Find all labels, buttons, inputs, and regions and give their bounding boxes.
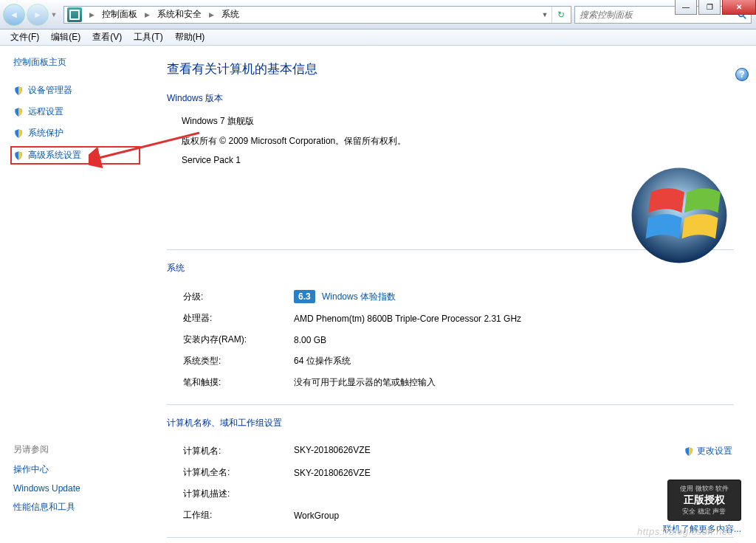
menu-help[interactable]: 帮助(H): [171, 30, 210, 45]
experience-index-link[interactable]: Windows 体验指数: [322, 291, 396, 302]
cpu-label: 处理器:: [183, 308, 292, 328]
page-title: 查看有关计算机的基本信息: [167, 60, 734, 77]
nav-forward-button[interactable]: ►: [27, 4, 49, 26]
rating-label: 分级:: [183, 286, 292, 307]
touch-label: 笔和触摸:: [183, 373, 292, 392]
genuine-line2: 正版授权: [684, 494, 725, 507]
pcname-value: SKY-20180626VZE: [294, 445, 371, 455]
sidebar-item-advanced-settings[interactable]: 高级系统设置: [10, 146, 140, 165]
genuine-line3: 安全 稳定 声誉: [682, 507, 726, 516]
desc-value: [294, 484, 732, 504]
workgroup-label: 工作组:: [183, 505, 292, 525]
shield-icon: [13, 86, 24, 96]
seealso-performance[interactable]: 性能信息和工具: [13, 501, 80, 513]
genuine-badge: 使用 微软® 软件 正版授权 安全 稳定 声誉: [667, 480, 741, 521]
refresh-icon: ↻: [557, 10, 565, 20]
address-dropdown[interactable]: ▼: [538, 11, 551, 18]
breadcrumb-system[interactable]: 系统: [219, 7, 242, 22]
close-button[interactable]: ✕: [722, 0, 756, 15]
ram-label: 安装内存(RAM):: [183, 330, 292, 350]
desc-label: 计算机描述:: [183, 484, 292, 504]
minimize-icon: —: [682, 3, 690, 11]
breadcrumb-system-security[interactable]: 系统和安全: [154, 7, 205, 22]
sidebar-item-device-manager[interactable]: 设备管理器: [13, 82, 140, 99]
breadcrumb-control-panel[interactable]: 控制面板: [99, 7, 140, 22]
sidebar-item-label: 系统保护: [28, 127, 63, 139]
shield-icon: [13, 107, 24, 117]
sidebar-item-label: 远程设置: [28, 106, 63, 118]
refresh-button[interactable]: ↻: [551, 7, 569, 23]
copyright-text: 版权所有 © 2009 Microsoft Corporation。保留所有权利…: [182, 135, 734, 148]
edition-name: Windows 7 旗舰版: [182, 115, 734, 128]
chevron-right-icon[interactable]: ▶: [85, 11, 99, 18]
rating-score-badge: 6.3: [294, 290, 315, 303]
navbar: ◄ ► ▼ ▶ 控制面板 ▶ 系统和安全 ▶ 系统 ▼ ↻: [0, 0, 756, 30]
see-also-title: 另请参阅: [13, 443, 80, 456]
chevron-right-icon[interactable]: ▶: [140, 11, 154, 18]
sidebar-item-remote-settings[interactable]: 远程设置: [13, 103, 140, 120]
genuine-learn-more-link[interactable]: 联机了解更多内容...: [663, 523, 741, 536]
ram-value: 8.00 GB: [294, 330, 732, 350]
fullname-value: SKY-20180626VZE: [294, 463, 732, 483]
genuine-line1: 使用 微软® 软件: [680, 484, 729, 494]
breadcrumb: ▶ 控制面板 ▶ 系统和安全 ▶ 系统: [85, 7, 242, 22]
systype-value: 64 位操作系统: [294, 351, 732, 371]
change-settings-link[interactable]: 更改设置: [684, 445, 732, 457]
sidebar-item-label: 高级系统设置: [28, 149, 81, 162]
shield-icon: [13, 151, 24, 161]
fullname-label: 计算机全名:: [183, 463, 292, 483]
section-windows-edition: Windows 版本: [167, 92, 734, 105]
menu-view[interactable]: 查看(V): [88, 30, 126, 45]
change-settings-label: 更改设置: [697, 445, 732, 457]
menu-file[interactable]: 文件(F): [6, 30, 44, 45]
sidebar: 控制面板主页 设备管理器 远程设置 系统保护 高级系统设置 另请参阅 操作中心 …: [0, 46, 148, 543]
chevron-right-icon[interactable]: ▶: [205, 11, 219, 18]
section-domain: 计算机名称、域和工作组设置: [167, 417, 734, 429]
svg-line-1: [743, 15, 746, 18]
system-icon: [67, 7, 82, 22]
control-panel-home-link[interactable]: 控制面板主页: [13, 56, 140, 69]
maximize-button[interactable]: ❐: [698, 0, 721, 15]
window-controls: — ❐ ✕: [673, 0, 756, 15]
sidebar-item-label: 设备管理器: [28, 84, 72, 97]
maximize-icon: ❐: [707, 3, 713, 11]
sidebar-item-system-protection[interactable]: 系统保护: [13, 125, 140, 142]
windows-logo: [628, 164, 731, 267]
seealso-windows-update[interactable]: Windows Update: [13, 483, 80, 494]
menubar: 文件(F) 编辑(E) 查看(V) 工具(T) 帮助(H): [0, 30, 756, 46]
menu-edit[interactable]: 编辑(E): [47, 30, 85, 45]
systype-label: 系统类型:: [183, 351, 292, 371]
seealso-action-center[interactable]: 操作中心: [13, 463, 80, 476]
touch-value: 没有可用于此显示器的笔或触控输入: [294, 373, 732, 392]
nav-back-button[interactable]: ◄: [3, 4, 25, 26]
shield-icon: [13, 128, 24, 139]
cpu-value: AMD Phenom(tm) 8600B Triple-Core Process…: [294, 308, 732, 328]
shield-icon: [684, 446, 694, 457]
see-also-section: 另请参阅 操作中心 Windows Update 性能信息和工具: [13, 443, 80, 521]
address-bar[interactable]: ▶ 控制面板 ▶ 系统和安全 ▶ 系统 ▼ ↻: [63, 6, 571, 24]
nav-history-dropdown[interactable]: ▼: [49, 4, 59, 26]
minimize-button[interactable]: —: [675, 0, 697, 15]
workgroup-value: WorkGroup: [294, 505, 732, 525]
menu-tools[interactable]: 工具(T): [129, 30, 167, 45]
close-icon: ✕: [736, 3, 742, 11]
content-pane: 查看有关计算机的基本信息 Windows 版本 Windows 7 旗舰版 版权…: [148, 46, 756, 543]
svg-point-2: [632, 168, 727, 263]
pcname-label: 计算机名:: [183, 441, 292, 461]
